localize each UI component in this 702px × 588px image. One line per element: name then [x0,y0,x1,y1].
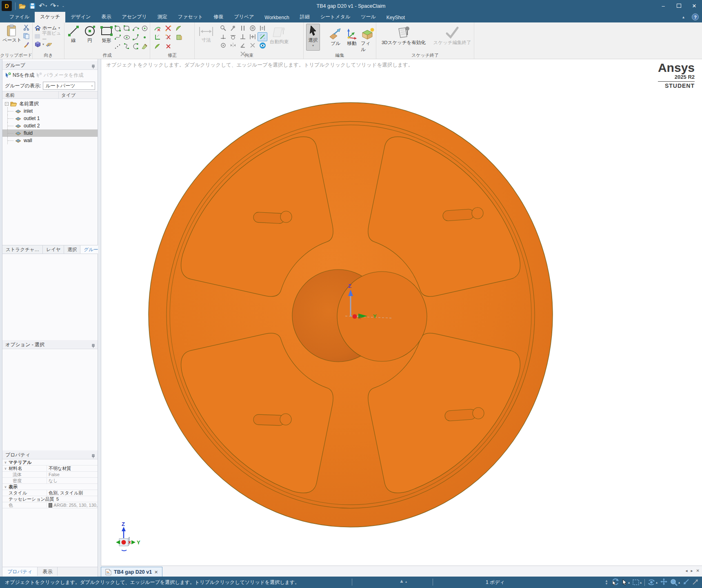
tab-tools[interactable]: ツール [355,12,381,22]
close-button[interactable]: ✕ [686,0,702,11]
select-mode-icon[interactable]: ▴ [622,579,630,586]
rectangle-tool-button[interactable]: 矩形 [98,24,115,45]
spin-updown-icon[interactable]: ▲▼ [605,579,608,585]
group-display-combo[interactable]: ルートパーツ ▾ [43,82,95,90]
help-icon[interactable]: ? [692,13,699,20]
sketch-snap-toggle-icon[interactable] [258,32,267,41]
view-triad[interactable]: Z Y [110,521,143,557]
pull-button[interactable]: プル [327,27,344,48]
property-row-fluid[interactable]: 流体 False [2,472,98,478]
show-constraints-icon[interactable] [258,41,267,50]
model-viewport[interactable]: オブジェクトをクリックします。ダブルクリックして、エッジループを選択します。トリ… [101,59,702,566]
tree-collapse-toggle[interactable]: − [5,102,9,106]
fill-button[interactable]: フィル [359,27,376,54]
pin-icon[interactable] [91,452,95,461]
coincident-constraint-icon[interactable] [218,41,228,50]
tab-scroll-left-icon[interactable]: ◂ [686,568,688,573]
tab-layers[interactable]: レイヤ [43,245,64,254]
fix-constraint-icon[interactable] [248,41,258,50]
tab-assembly[interactable]: アセンブリ [116,12,152,22]
cut-icon[interactable] [22,24,30,31]
symmetry-constraint-icon[interactable] [228,41,238,50]
move-button[interactable]: 移動 [344,27,360,48]
pin-icon[interactable] [91,63,95,72]
sketch-circle-center-icon[interactable] [140,24,149,33]
tab-sketch[interactable]: スケッチ [35,12,65,22]
parallel-constraint-icon[interactable] [238,24,248,33]
enable-3d-sketch-button[interactable]: 3Dスケッチを有効化 [378,25,429,47]
tab-properties[interactable]: プロパティ [2,567,38,576]
tree-root-row[interactable]: − 名前選択 [2,100,98,107]
orbit-icon[interactable]: ▴ [648,579,658,586]
maximize-button[interactable] [671,0,686,11]
tab-sheetmetal[interactable]: シートメタル [315,12,355,22]
tab-selection[interactable]: 選択 [64,245,80,254]
property-row-style[interactable]: スタイル 色別, スタイル別 [2,490,98,496]
property-row-color[interactable]: 色 ARGB: 255, 130, 130, [2,502,98,508]
delete-sketch-icon[interactable] [163,24,173,33]
format-painter-icon[interactable] [22,41,30,48]
sketch-construction-line-icon[interactable] [113,42,122,51]
view-orientation-row[interactable]: ▾ [35,41,64,48]
pin-constraint-icon[interactable] [228,24,238,33]
auto-constraint-button[interactable]: 自動拘束 [268,25,290,46]
tab-workbench[interactable]: Workbench [259,13,294,22]
collapse-ribbon-icon[interactable]: ▴ [682,15,684,19]
project-to-sketch-icon[interactable] [174,33,184,42]
tab-file[interactable]: ファイル [4,12,35,22]
tab-repair[interactable]: 修復 [208,12,229,22]
tab-keyshot[interactable]: KeyShot [381,13,410,22]
concentric-constraint-icon[interactable] [248,24,258,33]
model-3d-view[interactable]: Z Y X [101,59,702,566]
box-select-icon[interactable]: ▴ [633,579,642,585]
sketch-fill-region-icon[interactable] [140,42,149,51]
property-section-material[interactable]: ∨ マテリアル [2,459,98,466]
circle-tool-button[interactable]: 円 [82,24,98,45]
tab-measure[interactable]: 測定 [152,12,173,22]
tree-item-outlet1[interactable]: outlet 1 [2,115,98,122]
property-row-tessellation[interactable]: テッセレーション品質 5 [2,496,98,502]
tree-item-inlet[interactable]: inlet [2,107,98,115]
split-point-icon[interactable] [163,42,173,51]
tab-scroll-right-icon[interactable]: ▸ [691,568,693,573]
doc-tab-close-icon[interactable]: ✕ [154,570,158,575]
equal-constraint-icon[interactable] [258,24,267,33]
sketch-spline2-icon[interactable] [122,42,131,51]
line-tool-button[interactable]: 線 [66,24,81,45]
corner-icon[interactable] [153,33,162,42]
sketch-arc-icon[interactable] [131,24,140,33]
property-row-density[interactable]: 密度 なし [2,478,98,484]
midpoint-constraint-icon[interactable] [218,32,228,41]
perpendicular-constraint-icon[interactable] [238,32,248,41]
end-sketch-edit-button[interactable]: スケッチ編集終了 [433,25,472,47]
tab-prepare[interactable]: プリペア [229,12,259,22]
tab-structure[interactable]: ストラクチャ… [2,245,43,254]
minimize-button[interactable]: – [655,0,671,11]
pan-icon[interactable] [660,578,667,586]
tab-display[interactable]: 表示 [96,12,116,22]
sketch-spline-icon[interactable] [113,33,122,42]
bend-icon[interactable] [153,42,162,51]
pin-icon[interactable] [91,342,95,351]
tree-item-outlet2[interactable]: outlet 2 [2,122,98,129]
property-section-display[interactable]: ∨ 表示 [2,484,98,490]
panel-splitter[interactable] [98,59,101,577]
pattern-constraint-icon[interactable] [248,32,258,41]
copy-icon[interactable] [22,32,30,40]
zoom-icon[interactable]: ▴ [670,579,680,586]
sketch-ellipse-center-icon[interactable] [122,33,131,42]
create-parameter-button[interactable]: パラメータを作成 [36,72,83,79]
document-tab[interactable]: TB4 gap D20 v1 ✕ [101,567,162,577]
tab-design[interactable]: デザイン [65,12,96,22]
undo-view-icon[interactable] [611,578,619,587]
tree-item-fluid[interactable]: fluid [2,129,98,137]
tangent-constraint-icon[interactable] [228,32,238,41]
sketch-point-icon[interactable] [140,33,149,42]
paste-button[interactable]: ペースト [1,23,23,45]
warning-indicator-icon[interactable]: ▲▴ [399,578,407,584]
tree-item-wall[interactable]: wall [2,137,98,144]
fillet-sketch-icon[interactable] [174,24,184,33]
sketch-tangent-arc-icon[interactable] [131,33,140,42]
tab-detail[interactable]: 詳細 [295,12,315,22]
angle-constraint-icon[interactable] [238,41,248,50]
